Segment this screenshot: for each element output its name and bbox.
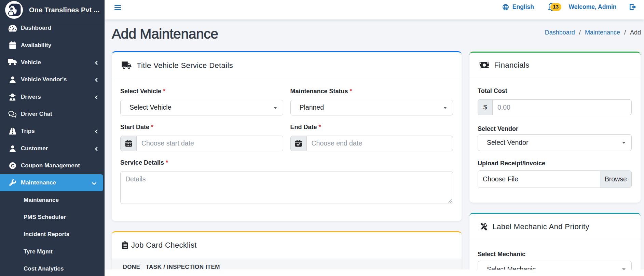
svg-text:C: C <box>11 163 14 168</box>
